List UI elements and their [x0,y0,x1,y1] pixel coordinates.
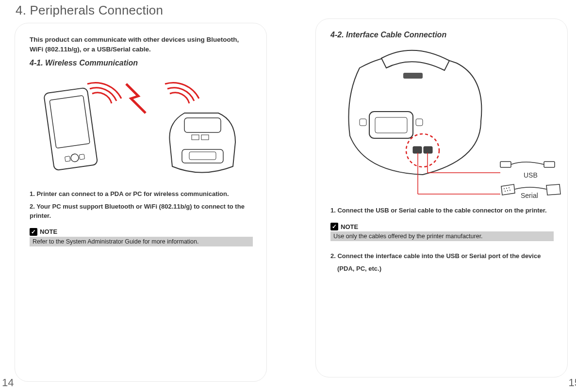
right-step-2b: (PDA, PC, etc.) [330,264,553,273]
step-2: 2. Your PC must support Bluetooth or WiF… [30,202,252,220]
check-icon: ✓ [30,228,37,236]
usb-label: USB [524,171,538,179]
svg-point-27 [505,191,506,192]
note-label: NOTE [40,228,57,235]
svg-rect-23 [544,162,555,167]
svg-rect-5 [184,118,221,132]
page-right: 4-2. Interface Cable Connection [281,0,576,392]
right-panel: 4-2. Interface Cable Connection [315,18,568,377]
svg-point-29 [510,190,510,191]
page-number-right: 15 [569,376,576,389]
page-number-left: 14 [2,376,14,389]
svg-rect-16 [413,147,422,153]
svg-point-25 [506,188,507,189]
step-1: 1. Printer can connect to a PDA or PC fo… [30,190,252,198]
intro-text: This product can communicate with other … [30,35,252,54]
note-body-right: Use only the cables offered by the print… [330,231,554,241]
svg-point-26 [509,187,510,188]
check-icon: ✓ [330,223,338,230]
subheading-4-2: 4-2. Interface Cable Connection [330,31,553,39]
svg-rect-7 [189,152,216,160]
page-left: 4. Peripherals Connection This product c… [0,0,281,392]
svg-rect-1 [49,96,90,148]
section-title: 4. Peripherals Connection [15,0,267,23]
svg-point-24 [504,188,505,189]
cable-illustration: USB Serial [330,46,553,196]
svg-rect-22 [500,162,511,167]
right-step-2a: 2. Connect the interface cable into the … [330,252,553,261]
note-label-right: NOTE [341,223,358,230]
svg-rect-12 [375,117,407,133]
note-block-left: ✓ NOTE Refer to the System Administrator… [30,228,252,246]
svg-rect-17 [424,147,432,153]
note-body: Refer to the System Administrator Guide … [30,237,253,246]
right-step-1: 1. Connect the USB or Serial cable to th… [330,206,553,215]
serial-label: Serial [521,192,538,199]
wireless-illustration [34,74,247,181]
svg-point-28 [507,190,508,191]
note-block-right: ✓ NOTE Use only the cables offered by th… [330,223,553,241]
left-panel: This product can communicate with other … [15,23,267,382]
svg-rect-10 [403,73,423,79]
subheading-4-1: 4-1. Wireless Communication [30,59,252,67]
